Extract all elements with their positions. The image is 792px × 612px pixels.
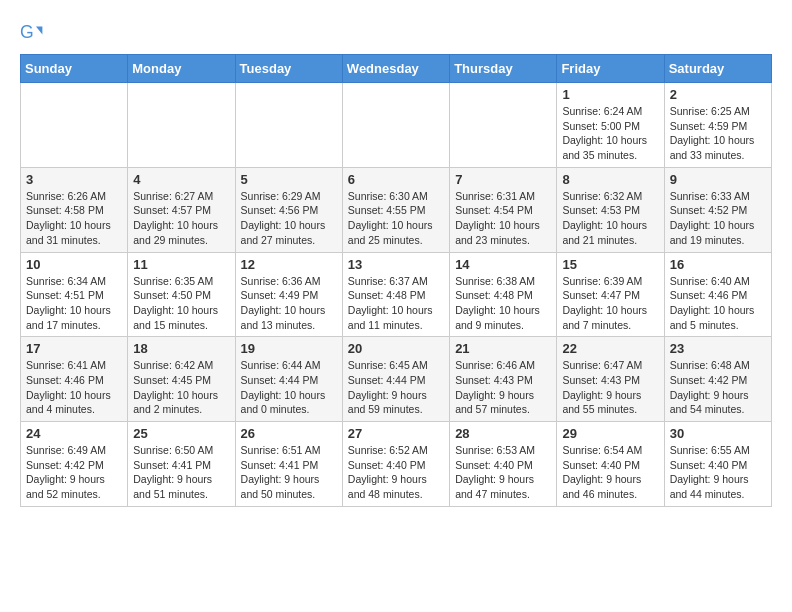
calendar-cell: 11Sunrise: 6:35 AMSunset: 4:50 PMDayligh…	[128, 252, 235, 337]
day-number: 25	[133, 426, 229, 441]
day-number: 18	[133, 341, 229, 356]
day-info: Sunrise: 6:29 AMSunset: 4:56 PMDaylight:…	[241, 189, 337, 248]
calendar-cell: 19Sunrise: 6:44 AMSunset: 4:44 PMDayligh…	[235, 337, 342, 422]
header-tuesday: Tuesday	[235, 55, 342, 83]
day-info: Sunrise: 6:38 AMSunset: 4:48 PMDaylight:…	[455, 274, 551, 333]
day-number: 22	[562, 341, 658, 356]
calendar-cell: 14Sunrise: 6:38 AMSunset: 4:48 PMDayligh…	[450, 252, 557, 337]
day-number: 13	[348, 257, 444, 272]
day-info: Sunrise: 6:24 AMSunset: 5:00 PMDaylight:…	[562, 104, 658, 163]
week-row-2: 3Sunrise: 6:26 AMSunset: 4:58 PMDaylight…	[21, 167, 772, 252]
calendar-cell: 15Sunrise: 6:39 AMSunset: 4:47 PMDayligh…	[557, 252, 664, 337]
calendar-cell: 13Sunrise: 6:37 AMSunset: 4:48 PMDayligh…	[342, 252, 449, 337]
day-info: Sunrise: 6:40 AMSunset: 4:46 PMDaylight:…	[670, 274, 766, 333]
day-number: 14	[455, 257, 551, 272]
day-info: Sunrise: 6:39 AMSunset: 4:47 PMDaylight:…	[562, 274, 658, 333]
week-row-3: 10Sunrise: 6:34 AMSunset: 4:51 PMDayligh…	[21, 252, 772, 337]
day-number: 17	[26, 341, 122, 356]
calendar-cell	[342, 83, 449, 168]
day-number: 21	[455, 341, 551, 356]
calendar-cell: 25Sunrise: 6:50 AMSunset: 4:41 PMDayligh…	[128, 422, 235, 507]
calendar-cell: 7Sunrise: 6:31 AMSunset: 4:54 PMDaylight…	[450, 167, 557, 252]
calendar-cell: 28Sunrise: 6:53 AMSunset: 4:40 PMDayligh…	[450, 422, 557, 507]
day-info: Sunrise: 6:51 AMSunset: 4:41 PMDaylight:…	[241, 443, 337, 502]
day-number: 27	[348, 426, 444, 441]
header-thursday: Thursday	[450, 55, 557, 83]
day-number: 1	[562, 87, 658, 102]
day-info: Sunrise: 6:53 AMSunset: 4:40 PMDaylight:…	[455, 443, 551, 502]
day-info: Sunrise: 6:34 AMSunset: 4:51 PMDaylight:…	[26, 274, 122, 333]
calendar-cell: 30Sunrise: 6:55 AMSunset: 4:40 PMDayligh…	[664, 422, 771, 507]
day-info: Sunrise: 6:45 AMSunset: 4:44 PMDaylight:…	[348, 358, 444, 417]
day-info: Sunrise: 6:52 AMSunset: 4:40 PMDaylight:…	[348, 443, 444, 502]
calendar-cell: 21Sunrise: 6:46 AMSunset: 4:43 PMDayligh…	[450, 337, 557, 422]
day-number: 4	[133, 172, 229, 187]
day-number: 24	[26, 426, 122, 441]
header-monday: Monday	[128, 55, 235, 83]
header-wednesday: Wednesday	[342, 55, 449, 83]
day-info: Sunrise: 6:55 AMSunset: 4:40 PMDaylight:…	[670, 443, 766, 502]
weekday-header-row: Sunday Monday Tuesday Wednesday Thursday…	[21, 55, 772, 83]
calendar-cell: 10Sunrise: 6:34 AMSunset: 4:51 PMDayligh…	[21, 252, 128, 337]
day-info: Sunrise: 6:47 AMSunset: 4:43 PMDaylight:…	[562, 358, 658, 417]
day-info: Sunrise: 6:49 AMSunset: 4:42 PMDaylight:…	[26, 443, 122, 502]
header: G	[20, 20, 772, 44]
day-number: 8	[562, 172, 658, 187]
logo-icon: G	[20, 20, 44, 44]
day-number: 23	[670, 341, 766, 356]
day-info: Sunrise: 6:33 AMSunset: 4:52 PMDaylight:…	[670, 189, 766, 248]
calendar-cell: 17Sunrise: 6:41 AMSunset: 4:46 PMDayligh…	[21, 337, 128, 422]
day-number: 5	[241, 172, 337, 187]
day-info: Sunrise: 6:46 AMSunset: 4:43 PMDaylight:…	[455, 358, 551, 417]
day-number: 15	[562, 257, 658, 272]
calendar-cell: 5Sunrise: 6:29 AMSunset: 4:56 PMDaylight…	[235, 167, 342, 252]
day-info: Sunrise: 6:36 AMSunset: 4:49 PMDaylight:…	[241, 274, 337, 333]
day-info: Sunrise: 6:41 AMSunset: 4:46 PMDaylight:…	[26, 358, 122, 417]
day-info: Sunrise: 6:27 AMSunset: 4:57 PMDaylight:…	[133, 189, 229, 248]
calendar-cell: 22Sunrise: 6:47 AMSunset: 4:43 PMDayligh…	[557, 337, 664, 422]
calendar-cell: 3Sunrise: 6:26 AMSunset: 4:58 PMDaylight…	[21, 167, 128, 252]
header-friday: Friday	[557, 55, 664, 83]
day-info: Sunrise: 6:54 AMSunset: 4:40 PMDaylight:…	[562, 443, 658, 502]
calendar-cell: 20Sunrise: 6:45 AMSunset: 4:44 PMDayligh…	[342, 337, 449, 422]
calendar-cell: 18Sunrise: 6:42 AMSunset: 4:45 PMDayligh…	[128, 337, 235, 422]
day-info: Sunrise: 6:37 AMSunset: 4:48 PMDaylight:…	[348, 274, 444, 333]
calendar-cell: 16Sunrise: 6:40 AMSunset: 4:46 PMDayligh…	[664, 252, 771, 337]
day-number: 7	[455, 172, 551, 187]
calendar-cell: 4Sunrise: 6:27 AMSunset: 4:57 PMDaylight…	[128, 167, 235, 252]
week-row-5: 24Sunrise: 6:49 AMSunset: 4:42 PMDayligh…	[21, 422, 772, 507]
day-number: 10	[26, 257, 122, 272]
calendar-cell: 12Sunrise: 6:36 AMSunset: 4:49 PMDayligh…	[235, 252, 342, 337]
day-number: 3	[26, 172, 122, 187]
svg-marker-1	[36, 26, 42, 34]
calendar-cell	[450, 83, 557, 168]
svg-text:G: G	[20, 22, 34, 42]
header-saturday: Saturday	[664, 55, 771, 83]
calendar-cell: 1Sunrise: 6:24 AMSunset: 5:00 PMDaylight…	[557, 83, 664, 168]
day-number: 2	[670, 87, 766, 102]
day-info: Sunrise: 6:30 AMSunset: 4:55 PMDaylight:…	[348, 189, 444, 248]
calendar-cell: 8Sunrise: 6:32 AMSunset: 4:53 PMDaylight…	[557, 167, 664, 252]
calendar: Sunday Monday Tuesday Wednesday Thursday…	[20, 54, 772, 507]
day-info: Sunrise: 6:50 AMSunset: 4:41 PMDaylight:…	[133, 443, 229, 502]
calendar-cell	[21, 83, 128, 168]
day-number: 12	[241, 257, 337, 272]
calendar-cell	[128, 83, 235, 168]
day-info: Sunrise: 6:31 AMSunset: 4:54 PMDaylight:…	[455, 189, 551, 248]
day-info: Sunrise: 6:32 AMSunset: 4:53 PMDaylight:…	[562, 189, 658, 248]
header-sunday: Sunday	[21, 55, 128, 83]
day-number: 19	[241, 341, 337, 356]
day-number: 6	[348, 172, 444, 187]
day-number: 11	[133, 257, 229, 272]
calendar-cell: 6Sunrise: 6:30 AMSunset: 4:55 PMDaylight…	[342, 167, 449, 252]
page-container: G Sunday Monday Tuesday Wednesday Thursd…	[20, 20, 772, 507]
day-number: 29	[562, 426, 658, 441]
calendar-cell: 29Sunrise: 6:54 AMSunset: 4:40 PMDayligh…	[557, 422, 664, 507]
day-info: Sunrise: 6:44 AMSunset: 4:44 PMDaylight:…	[241, 358, 337, 417]
calendar-cell: 2Sunrise: 6:25 AMSunset: 4:59 PMDaylight…	[664, 83, 771, 168]
day-info: Sunrise: 6:42 AMSunset: 4:45 PMDaylight:…	[133, 358, 229, 417]
logo: G	[20, 20, 48, 44]
calendar-cell: 24Sunrise: 6:49 AMSunset: 4:42 PMDayligh…	[21, 422, 128, 507]
calendar-cell: 9Sunrise: 6:33 AMSunset: 4:52 PMDaylight…	[664, 167, 771, 252]
day-number: 9	[670, 172, 766, 187]
